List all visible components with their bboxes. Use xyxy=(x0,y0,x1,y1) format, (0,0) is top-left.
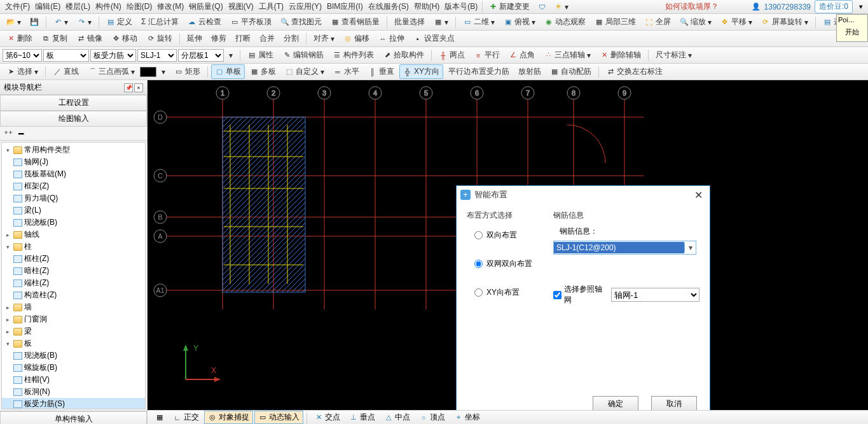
dyn-input-button[interactable]: ▭动态输入 xyxy=(254,411,303,424)
layer-more-button[interactable]: ▾ xyxy=(225,49,237,62)
pan-button[interactable]: ✥平移▾ xyxy=(717,15,756,29)
rect-button[interactable]: ▭矩形 xyxy=(170,64,204,79)
view-2d-button[interactable]: ▭二维▾ xyxy=(459,15,499,29)
batch-select-button[interactable]: 批量选择 xyxy=(390,15,429,29)
color-dd[interactable]: ▾ xyxy=(158,66,169,78)
move-button[interactable]: ✥移动 xyxy=(107,31,141,46)
apex-button[interactable]: ○顶点 xyxy=(415,411,449,424)
menu-rebar[interactable]: 钢筋量(Q) xyxy=(186,0,225,13)
redo-button[interactable]: ↷▾ xyxy=(73,16,95,29)
open-button[interactable]: 📂▾ xyxy=(3,16,25,29)
intersect-button[interactable]: ✕交点 xyxy=(310,411,344,424)
expand-icon[interactable]: ⁺⁺ xyxy=(4,129,13,138)
screen-rotate-button[interactable]: ⟳屏幕旋转▾ xyxy=(757,15,812,29)
auto-rebar-button[interactable]: ▦自动配筋 xyxy=(546,64,595,79)
flat-top-button[interactable]: ▭平齐板顶 xyxy=(226,15,275,29)
multi-slab-button[interactable]: ▦多板 xyxy=(246,64,280,79)
eng-settings-button[interactable]: 工程设置 xyxy=(0,95,147,111)
break-button[interactable]: 打断 xyxy=(231,31,254,46)
layer-select[interactable]: 分层板1 xyxy=(178,49,224,62)
draw-input-button[interactable]: 绘图输入 xyxy=(0,111,147,127)
single-slab-button[interactable]: ▢单板 xyxy=(211,64,245,79)
account-number[interactable]: 13907298339 xyxy=(764,3,811,11)
dim-button[interactable]: 尺寸标注▾ xyxy=(652,48,696,62)
copy-button[interactable]: ⧉复制 xyxy=(38,31,71,46)
save-button[interactable]: 💾 xyxy=(26,16,43,29)
zoom-button[interactable]: 🔍缩放▾ xyxy=(676,15,715,29)
collapse-icon[interactable]: ━ xyxy=(17,129,25,138)
edge-button[interactable]: 平行边布置受力筋 xyxy=(444,64,513,79)
dialog-close-button[interactable]: ✕ xyxy=(691,189,706,201)
menu-modify[interactable]: 修改(M) xyxy=(155,0,186,13)
name-select[interactable]: SLJ-1 xyxy=(137,49,177,62)
type-select[interactable]: 板受力筋 xyxy=(90,49,136,62)
batch-more-button[interactable]: ▦▾ xyxy=(430,16,452,29)
cancel-button[interactable]: 取消 xyxy=(651,396,697,411)
component-tree[interactable]: ▾常用构件类型 轴网(J) 筏板基础(M) 框架(Z) 剪力墙(Q) 梁(L) … xyxy=(1,142,146,409)
ref-axis-checkbox[interactable]: 选择参照轴网 xyxy=(553,284,606,306)
extend-button[interactable]: 延伸 xyxy=(183,31,206,46)
menu-draw[interactable]: 绘图(D) xyxy=(124,0,155,13)
line-button[interactable]: ／直线 xyxy=(49,64,83,79)
grip-button[interactable]: ▪设置夹点 xyxy=(410,31,458,46)
offset-button[interactable]: ◎偏移 xyxy=(340,31,373,46)
help-question[interactable]: 如何读取墙厚？ xyxy=(665,1,719,12)
shield-button[interactable]: 🛡 xyxy=(534,1,550,13)
status-grid-button[interactable]: ▦ xyxy=(151,412,168,423)
trim-button[interactable]: 修剪 xyxy=(207,31,230,46)
radial-button[interactable]: 放射筋 xyxy=(514,64,545,79)
chevron-down-icon[interactable]: ▾ xyxy=(857,3,865,11)
rebar-combo[interactable]: SLJ-1(C12@200) ▾ xyxy=(553,241,696,255)
radio-xy[interactable]: XY向布置 xyxy=(474,287,543,298)
attr-button[interactable]: ▤属性 xyxy=(244,48,277,62)
ortho-button[interactable]: ∟正交 xyxy=(169,411,203,424)
close-button[interactable]: × xyxy=(134,83,143,92)
define-button[interactable]: ▤定义 xyxy=(102,15,136,29)
merge-button[interactable]: 合并 xyxy=(256,31,279,46)
chevron-down-icon[interactable]: ▾ xyxy=(684,243,696,252)
axis-select[interactable]: 轴网-1 xyxy=(611,288,699,302)
dynamic-view-button[interactable]: ◉动态观察 xyxy=(541,15,589,29)
radio-bidirectional[interactable]: 双向布置 xyxy=(474,230,543,241)
edit-rebar-button[interactable]: ✎编辑钢筋 xyxy=(279,48,327,62)
menu-floor[interactable]: 楼层(L) xyxy=(63,0,93,13)
menu-file[interactable]: 文件(F) xyxy=(3,0,32,13)
credits-badge[interactable]: 造价豆:0 xyxy=(815,0,853,13)
delete-button[interactable]: ✕删除 xyxy=(3,31,36,46)
swap-dim-button[interactable]: ⇄交换左右标注 xyxy=(602,64,666,79)
point-angle-button[interactable]: ∠点角 xyxy=(505,48,539,62)
mirror-button[interactable]: ⇄镜像 xyxy=(72,31,106,46)
top-view-button[interactable]: ▣俯视▾ xyxy=(500,15,539,29)
ok-button[interactable]: 确定 xyxy=(593,396,638,411)
osnap-button[interactable]: ◎对象捕捉 xyxy=(204,411,253,424)
rotate-button[interactable]: ⟳旋转 xyxy=(142,31,176,46)
align-button[interactable]: 对齐▾ xyxy=(310,31,338,46)
cloud-check-button[interactable]: ☁云检查 xyxy=(184,15,225,29)
dialog-titlebar[interactable]: + 智能布置 ✕ xyxy=(457,186,710,204)
local-3d-button[interactable]: ▦局部三维 xyxy=(591,15,640,29)
floor-select[interactable]: 第6~10 xyxy=(3,49,42,62)
menu-edit[interactable]: 编辑(E) xyxy=(32,0,63,13)
stretch-button[interactable]: ↔拉伸 xyxy=(375,31,408,46)
menu-version[interactable]: 版本号(B) xyxy=(442,0,480,13)
delete-aux-button[interactable]: ✕删除辅轴 xyxy=(596,48,645,62)
custom-button[interactable]: ⬚自定义▾ xyxy=(281,64,328,79)
component-list-button[interactable]: ☰构件列表 xyxy=(329,48,378,62)
split-button[interactable]: 分割 xyxy=(280,31,303,46)
menu-component[interactable]: 构件(N) xyxy=(93,0,124,13)
single-input-button[interactable]: 单构件输入 xyxy=(0,411,147,424)
find-button[interactable]: 🔍查找图元 xyxy=(277,15,326,29)
tree-selected-item[interactable]: 板受力筋(S) xyxy=(2,398,145,409)
parallel-button[interactable]: ≡平行 xyxy=(470,48,504,62)
two-point-button[interactable]: ╫两点 xyxy=(435,48,469,62)
menu-bim[interactable]: BIM应用(I) xyxy=(324,0,366,13)
menu-view[interactable]: 视图(V) xyxy=(226,0,256,13)
color-swatch[interactable] xyxy=(140,67,156,77)
menu-online[interactable]: 在线服务(S) xyxy=(366,0,411,13)
view-rebar-button[interactable]: ▦查看钢筋量 xyxy=(327,15,383,29)
coord-button[interactable]: ⌖坐标 xyxy=(450,411,484,424)
radio-double-net[interactable]: 双网双向布置 xyxy=(474,258,543,269)
three-point-button[interactable]: ∴三点辅轴▾ xyxy=(540,48,595,62)
menu-help[interactable]: 帮助(H) xyxy=(411,0,443,13)
drawing-canvas[interactable]: 1 2 3 4 5 6 7 8 9 DCBAA1 xyxy=(148,80,868,424)
